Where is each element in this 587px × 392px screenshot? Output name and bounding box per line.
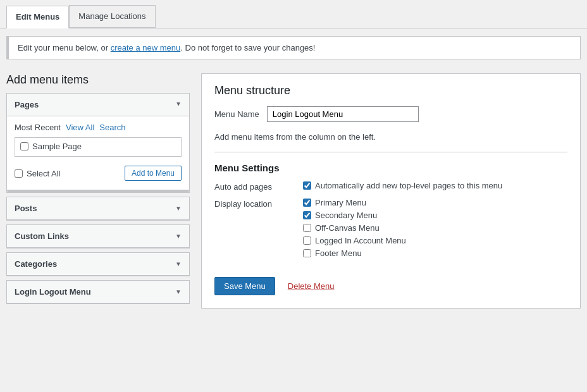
accordion-custom-links-header[interactable]: Custom Links ▼ <box>7 225 189 248</box>
list-item: Footer Menu <box>303 248 406 258</box>
settings-display-location-values: Primary Menu Secondary Menu Off-Canvas M… <box>303 198 406 258</box>
action-row: Save Menu Delete Menu <box>214 271 567 295</box>
logged-in-account-menu-label: Logged In Account Menu <box>315 236 406 245</box>
footer-menu-checkbox[interactable] <box>303 249 311 257</box>
sub-tab-search[interactable]: Search <box>99 123 125 132</box>
right-panel: Menu structure Menu Name Add menu items … <box>201 73 581 309</box>
accordion-pages-arrow: ▲ <box>175 101 182 108</box>
accordion-login-logout-label: Login Logout Menu <box>15 287 91 297</box>
left-panel-title: Add menu items <box>6 73 190 87</box>
list-item: Primary Menu <box>303 198 406 207</box>
accordion-categories-arrow: ▼ <box>175 260 182 267</box>
tabs-bar: Edit Menus Manage Locations <box>0 0 587 28</box>
settings-auto-add-label: Auto add pages <box>214 181 303 192</box>
list-item: Sample Page <box>20 142 176 151</box>
accordion-login-logout: Login Logout Menu ▼ <box>6 280 190 304</box>
save-menu-button[interactable]: Save Menu <box>214 277 275 295</box>
secondary-menu-label: Secondary Menu <box>315 211 377 220</box>
menu-name-row: Menu Name <box>214 106 567 122</box>
primary-menu-label: Primary Menu <box>315 198 366 207</box>
sample-page-label: Sample Page <box>32 142 82 151</box>
accordion-pages-header[interactable]: Pages ▲ <box>7 94 189 116</box>
left-panel: Add menu items Pages ▲ Most Recent View … <box>6 73 190 309</box>
secondary-menu-checkbox[interactable] <box>303 211 311 219</box>
off-canvas-menu-checkbox[interactable] <box>303 224 311 232</box>
pages-sub-tabs: Most Recent View All Search <box>15 123 182 132</box>
accordion-pages: Pages ▲ Most Recent View All Search Samp… <box>6 93 190 193</box>
menu-name-label: Menu Name <box>214 109 259 119</box>
accordion-login-logout-arrow: ▼ <box>175 288 182 295</box>
pages-checkbox-list: Sample Page <box>15 137 182 157</box>
accordion-posts-header[interactable]: Posts ▼ <box>7 197 189 220</box>
list-item: Automatically add new top-level pages to… <box>303 181 502 190</box>
auto-add-pages-label: Automatically add new top-level pages to… <box>315 181 502 190</box>
main-layout: Add menu items Pages ▲ Most Recent View … <box>0 67 587 309</box>
notice-suffix: . Do not forget to save your changes! <box>180 43 315 52</box>
accordion-posts: Posts ▼ <box>6 197 190 221</box>
settings-display-location-label: Display location <box>214 198 303 209</box>
accordion-pages-body: Most Recent View All Search Sample Page … <box>7 116 189 187</box>
accordion-custom-links-arrow: ▼ <box>175 233 182 240</box>
right-panel-title: Menu structure <box>214 84 567 97</box>
accordion-categories: Categories ▼ <box>6 252 190 276</box>
auto-add-pages-checkbox[interactable] <box>303 181 311 190</box>
select-all-checkbox[interactable] <box>15 169 23 178</box>
list-item: Logged In Account Menu <box>303 236 406 245</box>
accordion-custom-links-label: Custom Links <box>15 231 69 241</box>
pages-footer: Select All Add to Menu <box>15 162 182 181</box>
settings-row-display-location: Display location Primary Menu Secondary … <box>214 198 567 258</box>
tab-edit-menus[interactable]: Edit Menus <box>6 6 69 28</box>
notice-bar: Edit your menu below, or create a new me… <box>6 36 581 59</box>
list-item: Secondary Menu <box>303 211 406 220</box>
off-canvas-menu-label: Off-Canvas Menu <box>315 223 380 233</box>
accordion-login-logout-header[interactable]: Login Logout Menu ▼ <box>7 281 189 303</box>
sub-tab-most-recent[interactable]: Most Recent <box>15 123 61 132</box>
notice-prefix: Edit your menu below, or <box>18 43 111 52</box>
settings-auto-add-values: Automatically add new top-level pages to… <box>303 181 502 190</box>
menu-name-input[interactable] <box>267 106 419 122</box>
tab-manage-locations[interactable]: Manage Locations <box>69 5 155 28</box>
select-all-label: Select All <box>27 169 60 178</box>
sample-page-checkbox[interactable] <box>20 142 28 150</box>
add-items-text: Add menu items from the column on the le… <box>214 132 567 152</box>
accordion-custom-links: Custom Links ▼ <box>6 224 190 248</box>
list-item: Off-Canvas Menu <box>303 223 406 233</box>
logged-in-account-menu-checkbox[interactable] <box>303 236 311 245</box>
create-new-menu-link[interactable]: create a new menu <box>111 43 181 52</box>
footer-menu-label: Footer Menu <box>315 248 362 258</box>
add-to-menu-button[interactable]: Add to Menu <box>125 166 182 181</box>
sub-tab-view-all[interactable]: View All <box>66 123 94 132</box>
accordion-categories-header[interactable]: Categories ▼ <box>7 253 189 276</box>
select-all-row: Select All <box>15 169 60 178</box>
accordion-categories-label: Categories <box>15 259 57 269</box>
menu-settings-title: Menu Settings <box>214 162 567 173</box>
settings-row-auto-add: Auto add pages Automatically add new top… <box>214 181 567 192</box>
accordion-posts-arrow: ▼ <box>175 205 182 212</box>
accordion-pages-label: Pages <box>15 100 39 109</box>
resize-handle[interactable] <box>7 190 189 192</box>
primary-menu-checkbox[interactable] <box>303 199 311 207</box>
delete-menu-button[interactable]: Delete Menu <box>288 281 335 291</box>
accordion-posts-label: Posts <box>15 204 37 213</box>
